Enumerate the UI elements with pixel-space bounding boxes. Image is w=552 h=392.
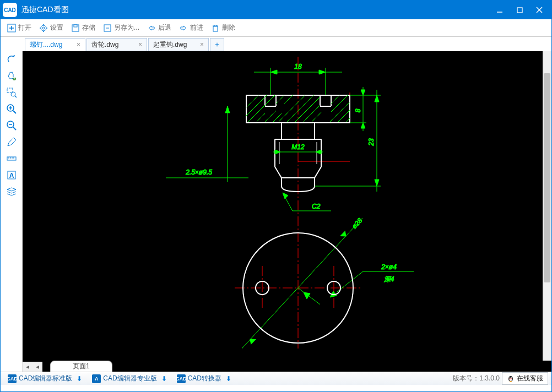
svg-text:8: 8 xyxy=(354,108,362,112)
svg-line-74 xyxy=(287,95,313,122)
converter-link[interactable]: CAD CAD转换器 ⬇ xyxy=(173,372,235,385)
text-tool[interactable]: A xyxy=(3,168,20,182)
tab-close-icon[interactable]: × xyxy=(200,41,204,48)
drawing-canvas[interactable]: 18 23 8 M12 2.5×ø9.5 xyxy=(23,51,551,372)
side-toolbar: + A xyxy=(1,51,23,372)
svg-point-113 xyxy=(510,378,512,381)
svg-line-78 xyxy=(331,95,339,104)
svg-text:18: 18 xyxy=(294,63,302,70)
version-text: 版本号：1.3.0.0 xyxy=(453,374,500,383)
delete-button[interactable]: 删除 xyxy=(208,21,239,35)
svg-point-7 xyxy=(41,25,46,31)
svg-rect-1 xyxy=(517,8,522,13)
saveas-icon xyxy=(103,24,112,32)
support-label: 在线客服 xyxy=(517,374,543,383)
plus-icon xyxy=(215,41,219,48)
scroll-left-button[interactable]: ◂ xyxy=(23,362,33,372)
save-button[interactable]: 存储 xyxy=(68,21,99,35)
support-button[interactable]: 在线客服 xyxy=(502,372,548,385)
maximize-button[interactable] xyxy=(510,1,529,19)
svg-rect-25 xyxy=(7,88,13,92)
svg-point-8 xyxy=(42,27,45,29)
svg-line-108 xyxy=(298,288,320,304)
svg-line-71 xyxy=(276,95,284,104)
svg-line-60 xyxy=(275,167,282,178)
tab-label: 螺钉....dwg xyxy=(30,40,62,50)
svg-text:C2: C2 xyxy=(312,203,321,210)
svg-text:23: 23 xyxy=(367,138,375,146)
forward-button[interactable]: 前进 xyxy=(176,21,207,35)
svg-text:+: + xyxy=(12,74,16,81)
editor-std-label: CAD编辑器标准版 xyxy=(19,374,72,383)
scroll-left2-button[interactable]: ◂ xyxy=(33,362,42,372)
svg-line-80 xyxy=(330,102,350,122)
saveas-label: 另存为... xyxy=(114,23,139,32)
title-bar: CAD 迅捷CAD看图 xyxy=(1,1,551,19)
svg-line-104 xyxy=(337,271,363,292)
svg-line-33 xyxy=(13,127,16,130)
redo-icon xyxy=(179,24,188,32)
editor-standard-link[interactable]: CAD CAD编辑器标准版 ⬇ xyxy=(4,372,86,385)
tab-label: 齿轮.dwg xyxy=(91,40,118,50)
saveas-button[interactable]: 另存为... xyxy=(100,21,143,35)
zoom-in-tool[interactable] xyxy=(3,102,20,116)
maximize-icon xyxy=(517,7,523,13)
forward-label: 前进 xyxy=(190,23,203,32)
app-title: 迅捷CAD看图 xyxy=(21,5,490,15)
close-icon xyxy=(536,7,543,13)
svg-line-76 xyxy=(304,105,320,122)
gear-icon xyxy=(39,24,48,32)
svg-rect-35 xyxy=(7,157,16,160)
qq-icon xyxy=(507,375,515,383)
tab-bar: 螺钉....dwg × 齿轮.dwg × 起重钩.dwg × xyxy=(1,37,551,51)
download-icon: ⬇ xyxy=(226,375,231,383)
svg-rect-17 xyxy=(213,26,218,31)
page-tab[interactable]: 页面1 xyxy=(50,361,112,372)
settings-button[interactable]: 设置 xyxy=(36,21,67,35)
tab-label: 起重钩.dwg xyxy=(153,40,187,50)
add-tab-button[interactable] xyxy=(210,38,224,51)
svg-rect-116 xyxy=(510,381,512,382)
minimize-button[interactable] xyxy=(490,1,510,19)
svg-line-66 xyxy=(246,95,267,116)
close-button[interactable] xyxy=(529,1,549,19)
svg-rect-14 xyxy=(74,25,77,27)
measure-tool[interactable] xyxy=(3,151,20,166)
svg-line-79 xyxy=(331,95,348,112)
editor-pro-label: CAD编辑器专业版 xyxy=(103,374,156,383)
file-tab-2[interactable]: 起重钩.dwg × xyxy=(148,38,209,51)
converter-label: CAD转换器 xyxy=(188,374,221,383)
save-label: 存储 xyxy=(82,23,95,32)
vertical-scrollbar[interactable] xyxy=(543,51,551,361)
file-tab-0[interactable]: 螺钉....dwg × xyxy=(25,38,85,51)
file-tab-1[interactable]: 齿轮.dwg × xyxy=(86,38,147,51)
pan-tool[interactable]: + xyxy=(3,69,20,83)
svg-text:深4: 深4 xyxy=(384,275,394,283)
plus-icon xyxy=(7,24,16,32)
svg-point-114 xyxy=(510,377,511,378)
svg-line-77 xyxy=(312,112,322,122)
tab-close-icon[interactable]: × xyxy=(138,41,142,48)
cad-icon: A xyxy=(92,374,101,383)
layers-tool[interactable] xyxy=(3,184,20,199)
download-icon: ⬇ xyxy=(161,375,167,383)
app-logo: CAD xyxy=(3,3,17,17)
svg-rect-117 xyxy=(510,378,512,379)
back-label: 后退 xyxy=(158,23,171,32)
svg-line-69 xyxy=(265,111,276,122)
zoom-window-tool[interactable] xyxy=(3,85,20,100)
open-label: 打开 xyxy=(18,23,31,32)
open-button[interactable]: 打开 xyxy=(4,21,35,35)
main-area: + A xyxy=(1,51,551,372)
editor-pro-link[interactable]: A CAD编辑器专业版 ⬇ xyxy=(88,372,170,385)
minimize-icon xyxy=(496,7,503,13)
zoom-out-tool[interactable] xyxy=(3,118,20,133)
undo-icon xyxy=(147,24,156,32)
svg-text:A: A xyxy=(9,172,14,179)
svg-text:2×ø4: 2×ø4 xyxy=(381,263,397,271)
edit-tool[interactable] xyxy=(3,135,20,149)
select-tool[interactable] xyxy=(3,52,20,67)
back-button[interactable]: 后退 xyxy=(144,21,175,35)
scrollbar-thumb[interactable] xyxy=(544,73,550,282)
tab-close-icon[interactable]: × xyxy=(77,41,80,48)
